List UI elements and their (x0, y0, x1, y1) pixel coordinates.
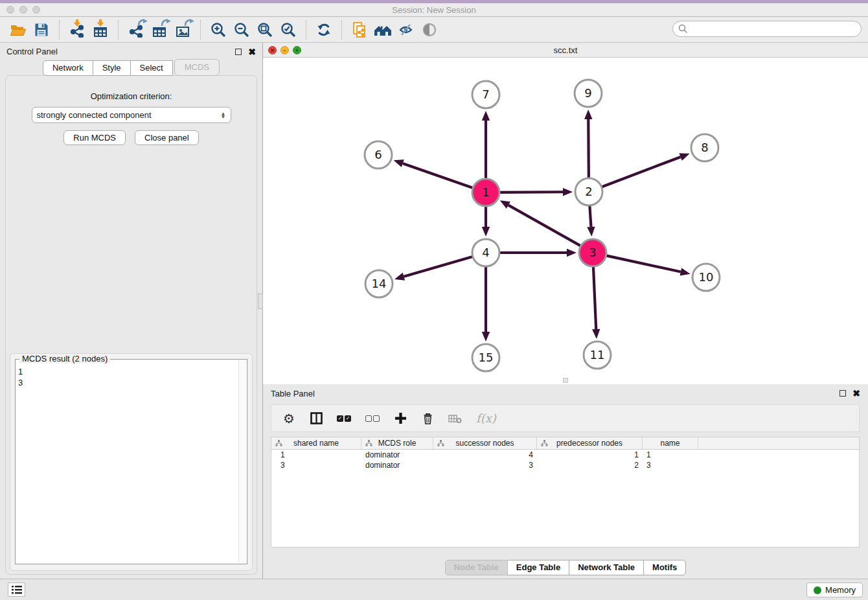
add-row-icon[interactable] (394, 411, 407, 426)
run-mcds-button[interactable]: Run MCDS (63, 130, 126, 145)
close-table-panel-icon[interactable]: ✖ (852, 390, 860, 397)
column-chooser-icon[interactable] (310, 411, 323, 426)
cell-MCDS-role[interactable]: dominator (361, 450, 433, 460)
cell-successor-nodes[interactable]: 3 (433, 460, 537, 470)
canvas-resize-grip[interactable] (563, 378, 568, 383)
network-close-button[interactable]: ✕ (268, 46, 277, 54)
delete-row-icon[interactable] (421, 411, 434, 426)
table-row-1[interactable]: 1dominator411 (271, 450, 859, 460)
arrowhead-1-4 (482, 227, 490, 237)
edge-3-11[interactable] (593, 267, 596, 329)
tab-edge-table[interactable]: Edge Table (508, 560, 569, 575)
magnifier-check-glyph (280, 21, 297, 38)
refresh-layout-icon[interactable] (312, 19, 336, 40)
edge-2-9[interactable] (588, 119, 589, 178)
settings-gear-icon[interactable]: ⚙ (282, 411, 295, 426)
column-header-predecessor-nodes[interactable]: predecessor nodes (537, 437, 643, 449)
edge-1-6[interactable] (403, 163, 472, 188)
import-table-icon[interactable] (89, 19, 112, 40)
table-tabs: Node TableEdge TableNetwork TableMotifs (263, 560, 868, 575)
save-session-icon[interactable] (30, 19, 53, 40)
zoom-fit-icon[interactable] (253, 19, 277, 40)
mcds-result-wrap: MCDS result (2 nodes) 1 3 (10, 353, 253, 571)
column-header-name[interactable]: name (643, 437, 698, 449)
select-stepper-icon: ▲▼ (221, 112, 226, 119)
network-canvas[interactable]: 7968124314101511 (263, 58, 868, 384)
close-panel-icon[interactable]: ✖ (248, 49, 256, 55)
arrowhead-1-6 (394, 159, 404, 167)
edge-3-10[interactable] (606, 256, 680, 272)
node-table[interactable]: shared nameMCDS rolesuccessor nodesprede… (271, 437, 860, 548)
eye-icon[interactable] (418, 19, 441, 40)
cell-name[interactable]: 3 (643, 460, 698, 470)
cell-MCDS-role[interactable]: dominator (361, 460, 433, 470)
column-label: shared name (293, 439, 339, 448)
result-scrollbar[interactable] (238, 360, 246, 563)
import-network-icon[interactable] (65, 19, 89, 40)
tab-select[interactable]: Select (131, 60, 173, 76)
table-panel: Table Panel ✖ ⚙ ✓✓ (263, 384, 868, 579)
table-row-2[interactable]: 3dominator323 (271, 460, 859, 470)
graph-node-label-4: 4 (482, 246, 489, 259)
float-panel-icon[interactable] (235, 49, 242, 55)
close-panel-button[interactable]: Close panel (135, 130, 199, 145)
cell-successor-nodes[interactable]: 4 (433, 450, 537, 460)
cell-shared-name[interactable]: 3 (271, 460, 361, 470)
control-panel-tabs: NetworkStyleSelectMCDS (0, 60, 262, 76)
search-icon (678, 24, 688, 34)
column-label: predecessor nodes (556, 439, 622, 448)
tab-mcds[interactable]: MCDS (174, 59, 220, 76)
export-table-icon[interactable] (148, 19, 171, 40)
zoom-selected-icon[interactable] (277, 19, 300, 40)
hide-panel-icon[interactable] (394, 19, 418, 40)
float-table-panel-icon[interactable] (839, 390, 846, 397)
edge-2-8[interactable] (602, 157, 681, 187)
task-history-button[interactable] (8, 583, 25, 597)
network-minimize-button[interactable]: − (280, 46, 289, 54)
tab-motifs[interactable]: Motifs (644, 560, 686, 575)
cell-predecessor-nodes[interactable]: 1 (537, 450, 643, 460)
panel-divider-handle[interactable] (258, 294, 263, 309)
edge-1-2[interactable] (500, 192, 563, 192)
select-all-icon[interactable]: ✓✓ (337, 411, 351, 426)
zoom-out-icon[interactable] (230, 19, 253, 40)
mcds-result-text[interactable]: 1 3 (18, 362, 238, 562)
cell-shared-name[interactable]: 1 (271, 450, 361, 460)
memory-button[interactable]: Memory (806, 583, 863, 597)
export-image-icon[interactable] (171, 19, 194, 40)
toolbar-search[interactable] (672, 21, 862, 37)
graph-node-label-3: 3 (589, 246, 596, 259)
tab-node-table[interactable]: Node Table (445, 560, 508, 575)
cell-name[interactable]: 1 (643, 450, 698, 460)
eye-glyph (421, 21, 438, 38)
optimization-criterion-label: Optimization criterion: (6, 91, 257, 101)
edge-4-14[interactable] (404, 257, 472, 277)
open-folder-icon[interactable] (6, 19, 30, 40)
search-input[interactable] (691, 24, 861, 34)
network-title: scc.txt (263, 45, 868, 55)
network-graph[interactable]: 7968124314101511 (263, 58, 868, 384)
optimization-criterion-select[interactable]: strongly connected component ▲▼ (32, 107, 231, 123)
tab-network-table[interactable]: Network Table (569, 560, 644, 575)
column-header-MCDS-role[interactable]: MCDS role (361, 437, 433, 449)
magnifier-fit-glyph (257, 21, 273, 38)
table-panel-header: Table Panel ✖ (263, 384, 868, 402)
network-maximize-button[interactable]: + (293, 46, 301, 54)
tab-network[interactable]: Network (43, 60, 93, 76)
duplicate-network-icon[interactable] (348, 19, 371, 40)
home-icon[interactable] (371, 19, 394, 40)
arrowhead-4-14 (394, 273, 405, 281)
app-titlebar: Session: New Session (0, 3, 868, 17)
cell-predecessor-nodes[interactable]: 2 (537, 460, 643, 470)
edge-3-1[interactable] (508, 205, 580, 246)
unselect-all-icon[interactable] (365, 411, 380, 426)
export-network-icon[interactable] (124, 19, 148, 40)
flatten-icon (365, 440, 372, 446)
network-traffic-lights[interactable]: ✕ − + (268, 46, 301, 54)
zoom-in-icon[interactable] (207, 19, 230, 40)
tab-style[interactable]: Style (93, 60, 131, 76)
column-header-shared-name[interactable]: shared name (271, 437, 361, 449)
import-arrow-glyph (97, 19, 104, 27)
edge-2-3[interactable] (589, 206, 591, 227)
column-header-successor-nodes[interactable]: successor nodes (433, 437, 537, 449)
